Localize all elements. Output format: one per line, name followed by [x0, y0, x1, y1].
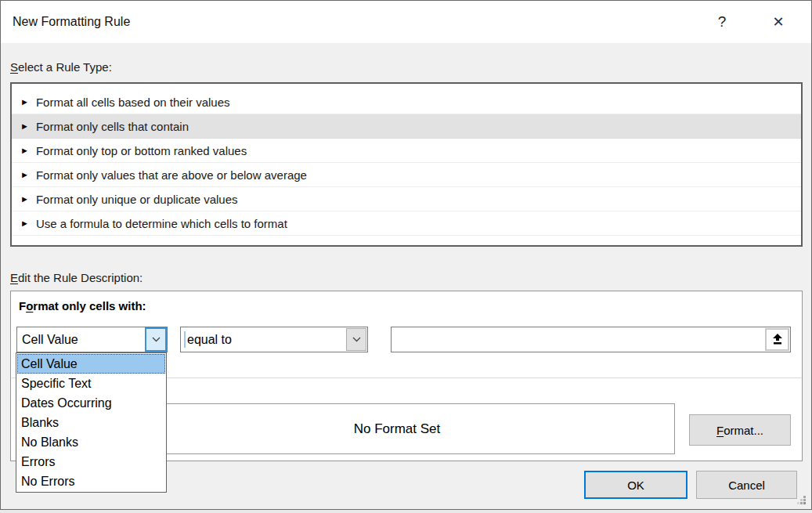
dropdown-option[interactable]: No Blanks [17, 432, 165, 452]
close-button[interactable]: ✕ [761, 1, 796, 43]
cell-value-combo[interactable]: Cell Value [16, 327, 168, 352]
dropdown-option[interactable]: Specific Text [17, 374, 165, 393]
cell-value-combo-dropdown-button[interactable] [146, 328, 166, 351]
format-only-cells-with-label: Format only cells with: [19, 299, 146, 312]
resize-grip[interactable] [797, 496, 807, 505]
operator-combo-value: equal to [187, 327, 232, 352]
rule-type-item[interactable]: ►Format only cells that contain [12, 114, 801, 139]
rule-type-item[interactable]: ►Use a formula to determine which cells … [12, 211, 801, 236]
help-icon: ? [718, 13, 727, 31]
rule-type-item-label: Format all cells based on their values [36, 96, 230, 109]
dropdown-option[interactable]: Cell Value [17, 354, 165, 374]
ok-button[interactable]: OK [584, 471, 687, 499]
close-icon: ✕ [772, 13, 784, 31]
dropdown-option[interactable]: Blanks [17, 413, 165, 432]
rule-type-item-label: Format only values that are above or bel… [36, 168, 307, 182]
cell-value-dropdown-list: Cell ValueSpecific TextDates OccurringBl… [16, 352, 167, 493]
rule-type-item-label: Use a formula to determine which cells t… [36, 217, 287, 230]
rule-type-list: ►Format all cells based on their values►… [10, 82, 803, 247]
pointer-icon: ► [20, 122, 29, 131]
format-button[interactable]: Format... [689, 414, 791, 446]
help-button[interactable]: ? [705, 1, 739, 43]
collapse-dialog-button[interactable] [765, 328, 789, 351]
cell-value-combo-value: Cell Value [22, 327, 78, 352]
value-input[interactable] [391, 327, 791, 352]
new-formatting-rule-dialog: New Formatting Rule ? ✕ Select a Rule Ty… [0, 0, 812, 510]
operator-combo[interactable]: equal to [180, 327, 368, 352]
cancel-button[interactable]: Cancel [696, 471, 797, 499]
collapse-up-arrow-icon [771, 334, 784, 345]
rule-type-item[interactable]: ►Format all cells based on their values [12, 90, 801, 114]
chevron-down-icon [152, 337, 161, 342]
edit-rule-description-label: Edit the Rule Description: [10, 271, 143, 284]
pointer-icon: ► [20, 195, 29, 204]
operator-combo-dropdown-button[interactable] [346, 328, 366, 351]
format-preview: No Format Set [119, 403, 675, 454]
rule-type-item-label: Format only cells that contain [36, 120, 189, 133]
chevron-down-icon [352, 337, 361, 342]
dropdown-option[interactable]: No Errors [17, 471, 165, 491]
dropdown-option[interactable]: Errors [17, 452, 165, 471]
text-caret [184, 331, 186, 348]
title-bar: New Formatting Rule ? ✕ [1, 1, 811, 43]
pointer-icon: ► [20, 146, 29, 155]
rule-type-item[interactable]: ►Format only values that are above or be… [12, 163, 801, 187]
rule-type-item-label: Format only top or bottom ranked values [36, 144, 247, 157]
pointer-icon: ► [20, 171, 29, 179]
dropdown-option[interactable]: Dates Occurring [17, 393, 165, 413]
pointer-icon: ► [20, 98, 29, 107]
dialog-title: New Formatting Rule [13, 1, 130, 43]
preview-text: No Format Set [354, 421, 441, 437]
rule-type-item-label: Format only unique or duplicate values [36, 193, 238, 206]
select-rule-type-label: Select a Rule Type: [10, 60, 112, 74]
rule-type-item[interactable]: ►Format only unique or duplicate values [12, 187, 801, 211]
rule-type-item[interactable]: ►Format only top or bottom ranked values [12, 139, 801, 163]
pointer-icon: ► [20, 219, 29, 228]
